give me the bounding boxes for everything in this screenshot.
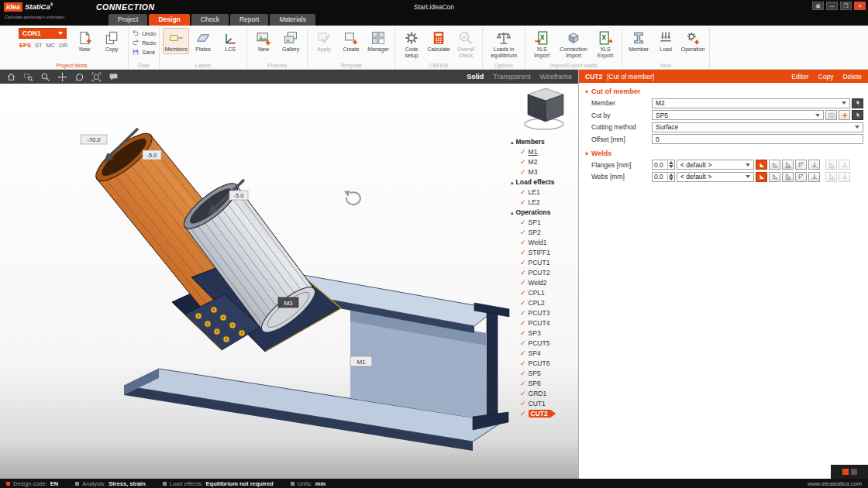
ribbon-button[interactable]: Member: [625, 28, 652, 54]
spin-down-icon[interactable]: [669, 177, 673, 180]
weld-type-button[interactable]: [782, 172, 794, 182]
weld-type-button[interactable]: [808, 160, 820, 170]
tree-item[interactable]: LE2: [511, 197, 577, 207]
offset-input[interactable]: 0: [652, 134, 863, 144]
weld-type-button[interactable]: [795, 172, 807, 182]
dim-label[interactable]: -70.0: [81, 135, 107, 144]
checkmark-icon[interactable]: [520, 390, 526, 397]
ribbon-small-button[interactable]: Undo: [132, 29, 156, 37]
ribbon-tab[interactable]: Check: [191, 14, 229, 26]
ribbon-button[interactable]: New: [71, 28, 98, 54]
checkmark-icon[interactable]: [520, 148, 526, 156]
weld-type-button[interactable]: [808, 172, 820, 182]
tree-item[interactable]: M1: [511, 146, 577, 156]
tree-group-load-effects[interactable]: Load effects: [511, 177, 577, 187]
tree-item[interactable]: SP4: [511, 348, 577, 358]
member-select[interactable]: M2: [652, 98, 850, 108]
checkmark-icon[interactable]: [520, 339, 526, 347]
screen-icon[interactable]: ▣: [812, 2, 824, 10]
section-cut-of-member[interactable]: Cut of member: [585, 88, 863, 95]
tree-item[interactable]: CPL2: [511, 297, 577, 308]
tree-item[interactable]: PCUT3: [511, 308, 577, 318]
checkmark-icon[interactable]: [520, 168, 526, 176]
weld-type-button[interactable]: [825, 160, 837, 170]
checkmark-icon[interactable]: [520, 359, 526, 367]
section-welds[interactable]: Welds: [585, 149, 863, 157]
weld-type-button[interactable]: [769, 172, 780, 182]
mode-toggle[interactable]: DR: [59, 42, 67, 49]
ribbon-button[interactable]: Members: [163, 28, 189, 54]
tree-group-operations[interactable]: Operations: [511, 207, 577, 217]
spin-down-icon[interactable]: [669, 165, 673, 168]
checkmark-icon[interactable]: [520, 239, 526, 246]
weld-type-button[interactable]: [769, 160, 780, 170]
checkmark-icon[interactable]: [520, 188, 526, 196]
tree-item[interactable]: CUT1: [511, 398, 577, 408]
webs-weld-material-select[interactable]: < default >: [677, 172, 754, 182]
ribbon-button[interactable]: Load: [653, 28, 679, 54]
ribbon-button[interactable]: Gallery: [277, 28, 304, 54]
copy-button[interactable]: Copy: [818, 73, 834, 81]
weld-type-button[interactable]: [839, 160, 850, 170]
status-item[interactable]: Design code: EN: [6, 480, 58, 487]
render-mode-button[interactable]: Transparent: [493, 73, 530, 81]
3d-scene[interactable]: -70.0 -5.0 -5.0 M3 M1: [0, 84, 578, 479]
editor-button[interactable]: Editor: [791, 73, 808, 81]
mode-toggle[interactable]: MC: [46, 42, 56, 49]
project-item-select[interactable]: CON1: [19, 28, 67, 39]
checkmark-icon[interactable]: [520, 289, 526, 297]
tree-item[interactable]: SP3: [511, 328, 577, 338]
checkmark-icon[interactable]: [520, 319, 526, 327]
tree-item[interactable]: LE1: [511, 187, 577, 197]
mode-toggle[interactable]: EPS: [19, 42, 31, 49]
checkmark-icon[interactable]: [520, 198, 526, 206]
delete-button[interactable]: Delete: [842, 73, 862, 81]
tree-item[interactable]: GRD1: [511, 388, 577, 398]
checkmark-icon[interactable]: [520, 218, 526, 226]
tree-item[interactable]: PCUT1: [511, 257, 577, 267]
ribbon-button[interactable]: LCS: [217, 28, 243, 54]
ribbon-button[interactable]: Create: [338, 28, 364, 54]
ribbon-tab[interactable]: Materials: [270, 14, 315, 26]
flanges-size-input[interactable]: 0.0: [652, 160, 675, 170]
ribbon-button[interactable]: Operation: [680, 28, 706, 54]
tree-item[interactable]: SP2: [511, 227, 577, 237]
checkmark-icon[interactable]: [520, 410, 526, 418]
ribbon-button[interactable]: Copy: [98, 28, 125, 54]
status-item[interactable]: Units: mm: [291, 480, 326, 487]
status-item[interactable]: Analysis: Stress, strain: [75, 480, 146, 487]
orbit-icon[interactable]: [74, 72, 84, 82]
checkmark-icon[interactable]: [520, 269, 526, 277]
maximize-button[interactable]: ❒: [840, 2, 852, 10]
weld-type-button[interactable]: [839, 172, 850, 182]
ribbon-small-button[interactable]: Save: [132, 48, 156, 56]
ribbon-button[interactable]: XLS Export: [592, 28, 618, 60]
ribbon-button[interactable]: Overall check: [453, 28, 479, 60]
tree-item[interactable]: SP5: [511, 368, 577, 378]
member-label-m1[interactable]: M1: [350, 356, 372, 366]
ribbon-small-button[interactable]: Redo: [132, 39, 156, 46]
status-item[interactable]: Load effects: Equilibrium not required: [163, 480, 274, 487]
spin-up-icon[interactable]: [669, 174, 673, 177]
webs-size-input[interactable]: 0.0: [652, 172, 675, 182]
tree-item[interactable]: PCUT5: [511, 338, 577, 348]
ribbon-button[interactable]: Plates: [190, 28, 216, 54]
pick-member-button[interactable]: [852, 98, 863, 108]
minimize-button[interactable]: —: [826, 2, 838, 10]
checkmark-icon[interactable]: [520, 369, 526, 377]
checkmark-icon[interactable]: [520, 380, 526, 387]
pick-cutting-object-button[interactable]: [852, 110, 863, 120]
ribbon-tab[interactable]: Design: [149, 14, 189, 26]
checkmark-icon[interactable]: [520, 158, 526, 166]
tree-item[interactable]: SP6: [511, 378, 577, 388]
tree-item[interactable]: SP1: [511, 217, 577, 227]
zoom-icon[interactable]: [40, 72, 50, 82]
checkmark-icon[interactable]: [520, 329, 526, 337]
checkmark-icon[interactable]: [520, 229, 526, 236]
tree-group-members[interactable]: Members: [511, 136, 577, 146]
tree-item[interactable]: Weld1: [511, 237, 577, 247]
checkmark-icon[interactable]: [520, 259, 526, 266]
flanges-weld-button[interactable]: [756, 160, 767, 170]
tree-item[interactable]: M3: [511, 167, 577, 177]
tree-item[interactable]: M2: [511, 156, 577, 167]
